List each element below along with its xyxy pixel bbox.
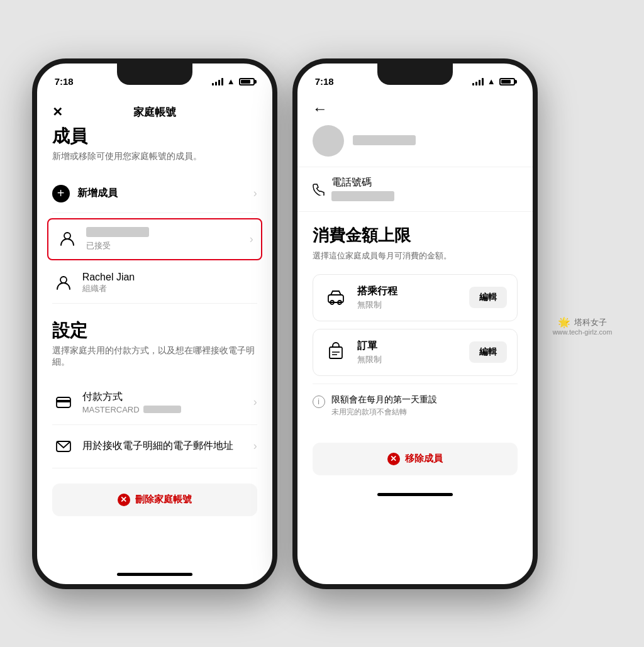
delete-family-button[interactable]: ✕ 刪除家庭帳號	[52, 484, 257, 516]
profile-info	[353, 135, 416, 147]
spending-title: 消費金額上限	[313, 224, 518, 246]
back-nav: ←	[297, 95, 533, 118]
members-desc: 新增或移除可使用您家庭帳號的成員。	[52, 151, 257, 162]
home-bar-right	[377, 493, 453, 496]
signal-icon	[212, 78, 223, 86]
home-bar-left	[117, 573, 192, 576]
highlighted-member-name-blurred	[86, 227, 149, 237]
phone-label: 電話號碼	[331, 176, 394, 189]
highlighted-member-arrow: ›	[250, 233, 253, 246]
back-button[interactable]: ←	[313, 100, 328, 117]
remove-member-button[interactable]: ✕ 移除成員	[313, 443, 518, 475]
info-icon: i	[313, 395, 325, 408]
info-sub-text: 未用完的款項不會結轉	[331, 407, 437, 418]
order-icon	[323, 340, 348, 365]
order-content: 訂單 無限制	[357, 340, 469, 365]
profile-header	[297, 118, 533, 167]
add-member-label: 新增成員	[77, 187, 253, 200]
rachel-role: 組織者	[82, 283, 257, 294]
email-icon	[52, 435, 75, 458]
order-edit-button[interactable]: 編輯	[469, 341, 507, 363]
ride-icon	[323, 285, 348, 310]
ride-item: 搭乘行程 無限制 編輯	[313, 274, 518, 321]
rachel-name: Rachel Jian	[82, 272, 257, 283]
payment-icon	[52, 391, 75, 414]
payment-title: 付款方式	[82, 390, 253, 404]
status-time-right: 7:18	[315, 76, 334, 87]
order-sub: 無限制	[357, 354, 469, 365]
ride-title: 搭乘行程	[357, 285, 469, 298]
info-main-text: 限額會在每月的第一天重設	[331, 394, 437, 406]
battery-icon	[239, 78, 255, 86]
person-icon-2	[52, 272, 75, 294]
highlighted-member-item[interactable]: 已接受 ›	[47, 218, 262, 260]
ride-content: 搭乘行程 無限制	[357, 285, 469, 311]
left-content: 成員 新增或移除可使用您家庭帳號的成員。 + 新增成員 ›	[37, 124, 272, 565]
phone-number-blurred	[331, 191, 394, 201]
watermark-url: www.tech-girlz.com	[553, 328, 613, 336]
payment-arrow: ›	[253, 395, 257, 409]
notch-right	[377, 64, 453, 85]
status-icons-left: ▲	[212, 77, 255, 86]
wifi-icon-right: ▲	[487, 77, 496, 86]
profile-name-blurred	[353, 135, 416, 145]
payment-content: 付款方式 MASTERCARD	[82, 390, 253, 414]
wifi-icon: ▲	[227, 77, 235, 86]
add-member-item[interactable]: + 新增成員 ›	[52, 175, 257, 213]
phone-info: 電話號碼	[331, 176, 394, 202]
highlighted-member-content: 已接受	[86, 227, 250, 252]
avatar	[313, 125, 344, 157]
status-icons-right: ▲	[472, 77, 515, 86]
spending-desc: 選擇這位家庭成員每月可消費的金額。	[313, 250, 518, 262]
notch	[117, 64, 192, 85]
payment-sub: MASTERCARD	[82, 405, 140, 414]
add-member-arrow: ›	[253, 187, 257, 200]
nav-title-left: 家庭帳號	[133, 105, 176, 119]
info-content: 限額會在每月的第一天重設 未用完的款項不會結轉	[331, 394, 437, 418]
home-indicator-right	[297, 485, 533, 504]
settings-desc: 選擇家庭共用的付款方式，以及想在哪裡接收電子明細。	[52, 345, 257, 368]
signal-icon-right	[472, 78, 484, 86]
svg-rect-8	[330, 347, 342, 358]
payment-number-blurred	[143, 406, 181, 413]
home-indicator-left	[37, 565, 272, 584]
remove-label: 移除成員	[405, 453, 443, 465]
phone-row: 電話號碼	[297, 167, 533, 212]
rachel-content: Rachel Jian 組織者	[82, 272, 257, 294]
watermark-site: 塔科女子	[574, 317, 607, 328]
remove-error-icon: ✕	[387, 453, 400, 465]
right-phone: 7:18 ▲ ←	[292, 58, 538, 589]
delete-label: 刪除家庭帳號	[135, 494, 192, 506]
person-icon-1	[56, 228, 79, 250]
email-item[interactable]: 用於接收電子明細的電子郵件地址 ›	[52, 425, 257, 468]
svg-point-0	[64, 233, 70, 239]
email-arrow: ›	[253, 440, 257, 453]
delete-error-icon: ✕	[118, 494, 130, 506]
nav-bar-left: ✕ 家庭帳號	[37, 95, 272, 124]
settings-section: 設定 選擇家庭共用的付款方式，以及想在哪裡接收電子明細。 付款方式 MASTER…	[52, 319, 257, 468]
order-title: 訂單	[357, 340, 469, 353]
svg-rect-3	[57, 400, 70, 402]
ride-edit-button[interactable]: 編輯	[469, 287, 507, 308]
watermark: 🌟 塔科女子 www.tech-girlz.com	[553, 316, 613, 336]
members-title: 成員	[52, 124, 257, 148]
svg-point-1	[60, 277, 67, 283]
spending-section: 消費金額上限 選擇這位家庭成員每月可消費的金額。 搭乘行程 無限制 編輯	[297, 212, 533, 485]
phone-icon	[313, 183, 325, 196]
info-row: i 限額會在每月的第一天重設 未用完的款項不會結轉	[313, 384, 518, 428]
order-item: 訂單 無限制 編輯	[313, 329, 518, 376]
email-title: 用於接收電子明細的電子郵件地址	[82, 440, 253, 453]
battery-icon-right	[499, 78, 515, 86]
add-icon: +	[52, 185, 70, 202]
settings-title: 設定	[52, 319, 257, 343]
close-button[interactable]: ✕	[52, 104, 63, 119]
status-time-left: 7:18	[55, 76, 74, 87]
ride-sub: 無限制	[357, 299, 469, 311]
highlighted-member-wrapper: 已接受 ›	[50, 218, 260, 260]
rachel-member-item[interactable]: Rachel Jian 組織者	[52, 263, 257, 304]
payment-item[interactable]: 付款方式 MASTERCARD ›	[52, 380, 257, 425]
highlighted-member-status: 已接受	[86, 241, 111, 250]
email-content: 用於接收電子明細的電子郵件地址	[82, 440, 253, 453]
left-phone: 7:18 ▲ ✕ 家庭帳號 成員 新增或移除可使用您家庭帳號的成員。 +	[32, 58, 277, 589]
